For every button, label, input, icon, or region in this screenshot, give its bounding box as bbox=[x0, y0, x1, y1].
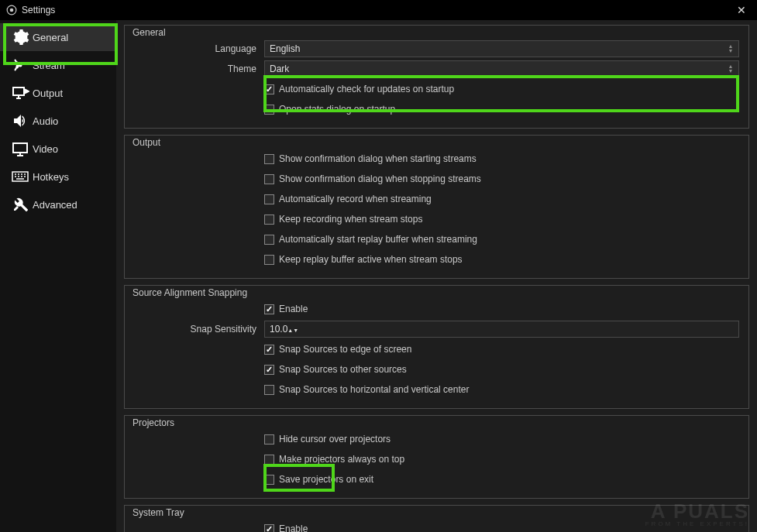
keep-replay-checkbox[interactable]: Keep replay buffer active when stream st… bbox=[264, 252, 739, 266]
sidebar-item-label: Output bbox=[33, 88, 63, 99]
sidebar-item-stream[interactable]: Stream bbox=[0, 51, 116, 79]
keyboard-icon bbox=[11, 167, 33, 186]
stream-icon bbox=[11, 56, 33, 74]
theme-label: Theme bbox=[134, 63, 264, 74]
auto-update-checkbox[interactable]: Automatically check for updates on start… bbox=[264, 82, 739, 96]
content-panel: General Language English ▲▼ Theme Dark ▲… bbox=[116, 20, 757, 532]
svg-point-2 bbox=[19, 64, 22, 67]
audio-icon bbox=[11, 112, 33, 130]
group-title: Projectors bbox=[132, 417, 174, 428]
always-top-checkbox[interactable]: Make projectors always on top bbox=[264, 452, 739, 466]
close-button[interactable]: ✕ bbox=[732, 4, 751, 16]
sidebar-item-label: General bbox=[33, 32, 68, 43]
snap-other-checkbox[interactable]: Snap Sources to other sources bbox=[264, 362, 739, 376]
sidebar-item-output[interactable]: Output bbox=[0, 79, 116, 107]
sidebar-item-label: Video bbox=[33, 143, 58, 155]
sidebar-item-label: Stream bbox=[33, 60, 65, 71]
window-title: Settings bbox=[22, 5, 55, 15]
svg-rect-4 bbox=[13, 143, 27, 153]
confirm-stop-checkbox[interactable]: Show confirmation dialog when stopping s… bbox=[264, 172, 739, 186]
sidebar-item-audio[interactable]: Audio bbox=[0, 107, 116, 135]
group-title: Output bbox=[132, 137, 160, 148]
snap-sensitivity-label: Snap Sensitivity bbox=[134, 324, 264, 335]
video-icon bbox=[11, 139, 33, 158]
open-stats-checkbox[interactable]: Open stats dialog on startup bbox=[264, 102, 739, 116]
language-label: Language bbox=[134, 43, 264, 54]
watermark: A PUALS FROM THE EXPERTS! bbox=[645, 501, 749, 527]
obs-logo-icon bbox=[6, 5, 17, 15]
auto-replay-checkbox[interactable]: Automatically start replay buffer when s… bbox=[264, 232, 739, 246]
snap-edge-checkbox[interactable]: Snap Sources to edge of screen bbox=[264, 342, 739, 356]
tools-icon bbox=[11, 195, 33, 214]
sidebar-item-general[interactable]: General bbox=[0, 23, 116, 51]
sidebar-item-hotkeys[interactable]: Hotkeys bbox=[0, 163, 116, 190]
group-output: Output Show confirmation dialog when sta… bbox=[124, 135, 749, 279]
group-title: General bbox=[132, 27, 166, 38]
language-select[interactable]: English ▲▼ bbox=[264, 40, 739, 57]
sidebar-item-label: Advanced bbox=[33, 199, 77, 211]
chevron-updown-icon: ▲▼ bbox=[725, 61, 736, 77]
chevron-updown-icon: ▲▼ bbox=[725, 41, 736, 57]
sidebar: General Stream Output Audio Video bbox=[0, 20, 116, 532]
snap-enable-checkbox[interactable]: Enable bbox=[264, 302, 739, 316]
group-projectors: Projectors Hide cursor over projectors M… bbox=[124, 415, 749, 499]
sidebar-item-label: Hotkeys bbox=[33, 171, 69, 183]
chevron-updown-icon: ▲▼ bbox=[287, 324, 298, 335]
sidebar-item-video[interactable]: Video bbox=[0, 135, 116, 163]
save-exit-checkbox[interactable]: Save projectors on exit bbox=[264, 472, 739, 486]
sidebar-item-label: Audio bbox=[33, 115, 58, 127]
svg-rect-3 bbox=[13, 88, 24, 95]
sidebar-item-advanced[interactable]: Advanced bbox=[0, 190, 116, 218]
confirm-start-checkbox[interactable]: Show confirmation dialog when starting s… bbox=[264, 152, 739, 166]
auto-record-checkbox[interactable]: Automatically record when streaming bbox=[264, 192, 739, 206]
snap-sensitivity-input[interactable]: 10.0 ▲▼ bbox=[264, 321, 739, 338]
svg-point-1 bbox=[10, 9, 14, 12]
hide-cursor-checkbox[interactable]: Hide cursor over projectors bbox=[264, 432, 739, 446]
theme-select[interactable]: Dark ▲▼ bbox=[264, 60, 739, 77]
group-title: System Tray bbox=[132, 507, 184, 518]
group-snapping: Source Alignment Snapping Enable Snap Se… bbox=[124, 285, 749, 409]
output-icon bbox=[11, 84, 33, 102]
gear-icon bbox=[11, 28, 33, 46]
titlebar: Settings ✕ bbox=[0, 0, 757, 20]
group-general: General Language English ▲▼ Theme Dark ▲… bbox=[124, 25, 749, 129]
group-title: Source Alignment Snapping bbox=[132, 287, 247, 298]
snap-center-checkbox[interactable]: Snap Sources to horizontal and vertical … bbox=[264, 383, 739, 396]
keep-recording-checkbox[interactable]: Keep recording when stream stops bbox=[264, 212, 739, 226]
